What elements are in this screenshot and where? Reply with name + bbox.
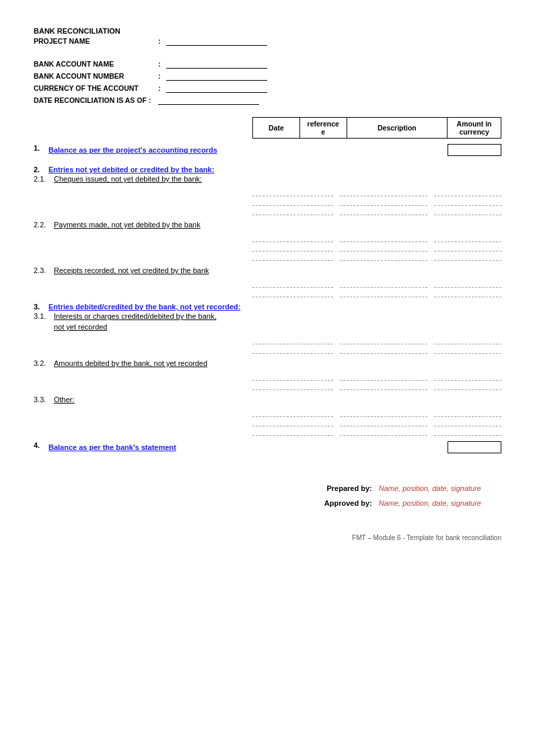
approved-value: Name, position, date, signature: [379, 499, 481, 507]
s3-2-lines: [34, 374, 501, 390]
form-title: BANK RECONCILIATION: [34, 27, 501, 35]
s2-1-lines: [34, 190, 501, 215]
section-3-3: 3.3. Other:: [34, 395, 501, 406]
s4-label: Balance as per the bank's statement: [48, 443, 176, 451]
s3-num: 3.: [34, 303, 48, 311]
s3-1-label: Interests or charges credited/debited by…: [54, 312, 217, 320]
s3-3-label: Other:: [54, 395, 75, 404]
s2-3-num: 2.3.: [34, 266, 54, 274]
col-description: Description: [347, 118, 447, 139]
col-date: Date: [253, 118, 300, 139]
s2-2-num: 2.2.: [34, 221, 54, 229]
section-2-1: 2.1. Cheques issued, not yet debited by …: [34, 175, 501, 186]
s3-3-num: 3.3.: [34, 395, 54, 404]
s2-num: 2.: [34, 165, 48, 174]
bank-account-name-row: BANK ACCOUNT NAME :: [34, 59, 501, 69]
project-name-line: [166, 36, 267, 46]
s3-2-num: 3.2.: [34, 359, 54, 367]
s1-label: Balance as per the project's accounting …: [48, 146, 217, 154]
currency-line: [166, 83, 267, 93]
prepared-label: Prepared by:: [326, 484, 371, 492]
date-label: DATE RECONCILIATION IS AS OF :: [34, 96, 158, 104]
section-3-1: 3.1. Interests or charges credited/debit…: [34, 312, 501, 334]
section-1: 1. Balance as per the project's accounti…: [34, 144, 501, 160]
currency-row: CURRENCY OF THE ACCOUNT :: [34, 83, 501, 93]
s3-1-num: 3.1.: [34, 312, 54, 320]
s2-3-lines: [34, 281, 501, 297]
s2-2-label: Payments made, not yet debited by the ba…: [54, 221, 201, 229]
bank-account-number-label: BANK ACCOUNT NUMBER: [34, 72, 158, 80]
bank-account-number-line: [166, 71, 267, 81]
currency-label: CURRENCY OF THE ACCOUNT: [34, 84, 158, 92]
bank-account-name-line: [166, 59, 267, 69]
section-3: 3. Entries debited/credited by the bank,…: [34, 303, 501, 311]
section-3-2: 3.2. Amounts debited by the bank, not ye…: [34, 359, 501, 370]
date-line: [158, 96, 259, 105]
s1-amount-box: [448, 144, 501, 156]
approved-label: Approved by:: [324, 499, 372, 507]
s2-2-lines: [34, 235, 501, 261]
section-2-2: 2.2. Payments made, not yet debited by t…: [34, 221, 501, 231]
s2-label: Entries not yet debited or credited by t…: [48, 165, 214, 174]
approved-row: Approved by: Name, position, date, signa…: [34, 499, 481, 507]
s4-num: 4.: [34, 441, 48, 449]
s4-amount-box: [448, 441, 501, 453]
project-name-label: PROJECT NAME: [34, 37, 158, 45]
bank-account-name-label: BANK ACCOUNT NAME: [34, 60, 158, 68]
prepared-value: Name, position, date, signature: [379, 484, 481, 492]
s2-1-num: 2.1.: [34, 175, 54, 183]
footer: FMT – Module 6 - Template for bank recon…: [34, 534, 501, 541]
s3-3-lines: [34, 410, 501, 436]
s2-1-label: Cheques issued, not yet debited by the b…: [54, 175, 202, 183]
section-2-3: 2.3. Receipts recorded, not yet credited…: [34, 266, 501, 277]
s3-1-lines: [34, 338, 501, 354]
col-reference: reference e: [299, 118, 347, 139]
project-name-row: PROJECT NAME :: [34, 36, 501, 46]
main-table: Date reference e Description Amount in c…: [252, 117, 501, 139]
s3-label: Entries debited/credited by the bank, no…: [48, 303, 240, 311]
bank-account-number-row: BANK ACCOUNT NUMBER :: [34, 71, 501, 81]
date-row: DATE RECONCILIATION IS AS OF :: [34, 96, 501, 105]
s2-3-label: Receipts recorded, not yet credited by t…: [54, 266, 209, 274]
table-area: Date reference e Description Amount in c…: [34, 117, 501, 139]
s3-1-label2: not yet recorded: [54, 323, 217, 331]
prepared-section: Prepared by: Name, position, date, signa…: [34, 484, 501, 507]
col-amount: Amount in currency: [448, 118, 501, 139]
s1-num: 1.: [34, 144, 48, 152]
section-4: 4. Balance as per the bank's statement: [34, 441, 501, 457]
prepared-row: Prepared by: Name, position, date, signa…: [34, 484, 481, 492]
section-2: 2. Entries not yet debited or credited b…: [34, 165, 501, 174]
s3-2-label: Amounts debited by the bank, not yet rec…: [54, 359, 207, 367]
